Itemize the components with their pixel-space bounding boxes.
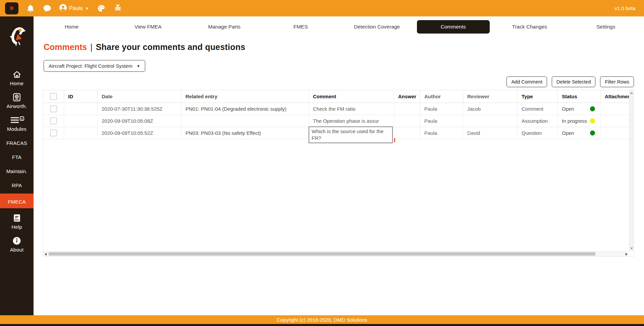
column-header-comment: Comment	[309, 90, 394, 103]
cell-reviewer: David	[463, 127, 518, 139]
sidebar-expand-icon: »	[10, 2, 14, 13]
cell-related-entry: PN01: PN01-04 (Degraded electronic suppl…	[181, 103, 309, 115]
cell-comment[interactable]: Check the FM ratio	[313, 106, 356, 112]
tab[interactable]: Settings	[570, 20, 643, 34]
app-logo[interactable]	[6, 24, 28, 48]
sidebar-item[interactable]: FRACAS	[0, 135, 34, 149]
footer: Copyright (c) 2018-2020, DMD Solutions	[0, 315, 644, 324]
cell-type: Comment	[518, 103, 558, 115]
cell-attachments	[601, 115, 629, 127]
column-header-author: Author	[420, 90, 463, 103]
cell-author: Paula	[420, 103, 463, 115]
table-header: ID Date Related entry Comment Answer Aut…	[43, 90, 634, 103]
tab[interactable]: Comments	[417, 20, 490, 34]
cell-id	[64, 127, 98, 139]
scrollbar-thumb[interactable]	[49, 252, 595, 256]
about-icon	[12, 236, 21, 245]
sidebar-item[interactable]: FMECA	[0, 194, 34, 208]
cell-status: Open	[562, 130, 588, 136]
project-selector[interactable]: Aircraft Project: Flight Control System …	[44, 60, 145, 72]
tab[interactable]: FMES	[264, 20, 337, 34]
column-header-reviewer: Reviewer	[463, 90, 518, 103]
column-header-id: ID	[64, 90, 98, 103]
row-checkbox[interactable]	[50, 105, 57, 112]
cell-status: Open	[562, 106, 588, 112]
page-title-accent: Comments	[44, 42, 87, 52]
tab-bar: Home View FMEA Manage Parts FMES Detecti…	[34, 16, 644, 37]
bug-report-icon[interactable]	[114, 4, 122, 12]
tab[interactable]: Manage Parts	[188, 20, 261, 34]
user-avatar-icon	[59, 4, 67, 13]
select-all-cell	[43, 90, 64, 103]
scroll-right-icon[interactable]	[626, 253, 628, 256]
sidebar-item[interactable]: Airworth.	[0, 90, 34, 112]
cell-type: Assumption	[518, 115, 558, 127]
sidebar-item[interactable]: Modules	[0, 112, 34, 135]
cell-author: Paula	[420, 115, 463, 127]
sidebar-item[interactable]: About	[0, 233, 34, 256]
sidebar-item[interactable]: Home	[0, 67, 34, 90]
chevron-down-icon: ▼	[137, 64, 140, 68]
page-title: Comments|Share your comments and questio…	[44, 42, 644, 52]
cell-date: 2020-09-09T10:05:08Z	[98, 115, 181, 127]
chat-icon[interactable]	[43, 4, 52, 12]
column-header-attachments: Attachments	[601, 90, 629, 103]
cell-date: 2020-09-09T10:05:52Z	[98, 127, 181, 139]
filter-rows-button[interactable]: Filter Rows	[600, 76, 634, 87]
status-dot	[590, 106, 595, 111]
row-checkbox[interactable]	[50, 129, 57, 137]
cell-id	[64, 103, 98, 115]
scroll-left-icon[interactable]	[45, 253, 47, 256]
add-comment-button[interactable]: Add Comment	[506, 76, 547, 87]
cell-answer	[394, 127, 420, 139]
tab[interactable]: View FMEA	[112, 20, 185, 34]
cell-comment[interactable]: Which is the source used for the FR?	[309, 126, 393, 143]
notifications-bell-icon[interactable]	[26, 4, 35, 13]
cell-answer	[394, 103, 420, 115]
row-checkbox[interactable]	[50, 117, 57, 124]
footer-bottom-strip	[0, 324, 644, 326]
theme-palette-icon[interactable]	[97, 4, 106, 12]
tab[interactable]: Track Changes	[493, 20, 566, 34]
cell-status: In progress	[562, 118, 588, 124]
sidebar-item[interactable]: RPA	[0, 177, 34, 192]
scroll-down-icon[interactable]	[630, 248, 633, 250]
tab[interactable]: Detection Coverage	[340, 20, 414, 34]
cell-related-entry: PN03: PN03-03 (No safety Effect)	[181, 127, 309, 139]
cell-type: Question	[518, 127, 558, 139]
sidebar-item[interactable]: Help	[0, 210, 34, 233]
sidebar-expand-button[interactable]: »	[5, 2, 18, 14]
tab[interactable]: Home	[35, 20, 108, 34]
table-body: 2020-07-30T11:30:38.525Z PN01: PN01-04 (…	[43, 103, 634, 139]
column-header-related-entry: Related entry	[181, 90, 309, 103]
user-name: Paula	[69, 5, 83, 11]
version-label: v1.0 beta	[614, 5, 635, 11]
cell-reviewer: Jacob	[463, 103, 518, 115]
horizontal-scrollbar[interactable]	[43, 251, 629, 256]
column-header-status: Status	[558, 90, 601, 103]
delete-selected-button[interactable]: Delete Selected	[552, 76, 595, 87]
select-all-checkbox[interactable]	[50, 93, 57, 100]
page-subtitle: Share your comments and questions	[96, 42, 246, 52]
comments-table: ID Date Related entry Comment Answer Aut…	[43, 90, 634, 257]
table-row[interactable]: 2020-07-30T11:30:38.525Z PN01: PN01-04 (…	[43, 103, 634, 115]
vertical-scrollbar[interactable]	[629, 90, 634, 251]
cell-comment[interactable]: The Operation phase is assur	[313, 118, 379, 124]
column-header-answer: Answer	[394, 90, 420, 103]
sidebar-nav: Home Airworth. Modules FRACAS FTA Mainta…	[0, 67, 34, 256]
cell-attachments	[601, 103, 629, 115]
copyright-text: Copyright (c) 2018-2020, DMD Solutions	[277, 317, 367, 323]
top-bar: » Paula ▼ v1.0 beta	[0, 0, 644, 16]
table-actions: Add Comment Delete Selected Filter Rows	[34, 76, 634, 87]
cell-author: Paula	[420, 127, 463, 139]
table-row[interactable]: 2020-09-09T10:05:52Z PN03: PN03-03 (No s…	[43, 127, 634, 139]
cell-answer	[394, 115, 420, 127]
home-icon	[12, 70, 21, 79]
cell-id	[64, 115, 98, 127]
user-menu[interactable]: Paula ▼	[59, 4, 89, 13]
table-row[interactable]: 2020-09-09T10:05:08Z The Operation phase…	[43, 115, 634, 127]
scroll-up-icon[interactable]	[630, 92, 633, 94]
sidebar-item[interactable]: Maintain.	[0, 163, 34, 177]
cell-attachments	[601, 127, 629, 139]
sidebar-item[interactable]: FTA	[0, 149, 34, 163]
